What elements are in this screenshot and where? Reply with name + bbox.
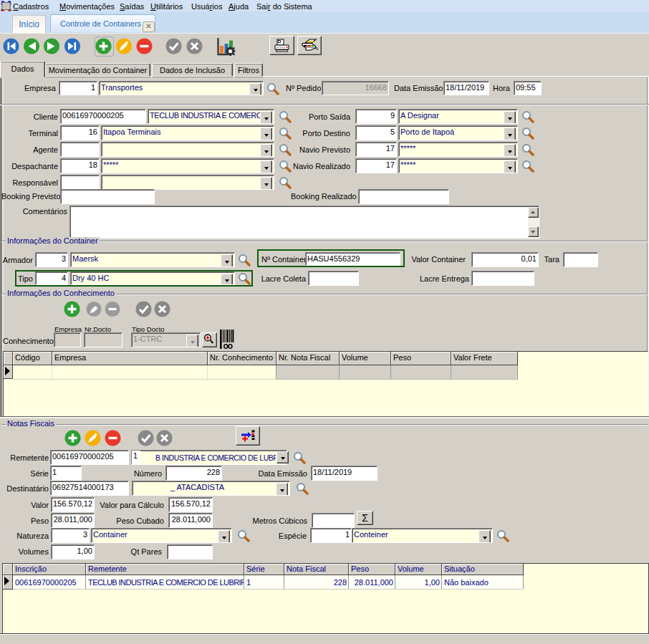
svg-text:oo: oo <box>223 341 233 350</box>
